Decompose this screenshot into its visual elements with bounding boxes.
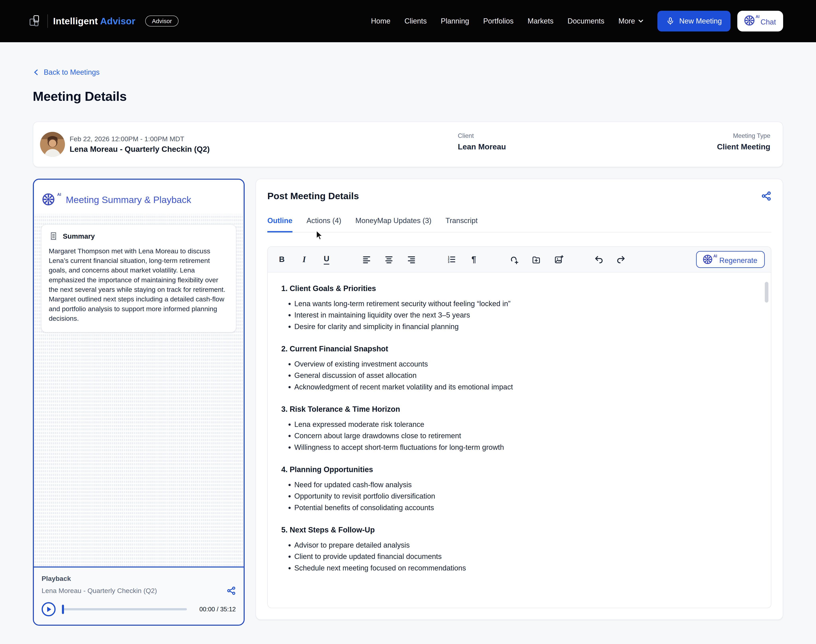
outline-bullet: Potential benefits of consolidating acco…	[294, 502, 758, 513]
italic-icon: I	[303, 255, 306, 264]
outline-section: 4. Planning Opportunities Need for updat…	[281, 464, 758, 513]
nav-more[interactable]: More	[618, 17, 644, 25]
ai-wheel-icon	[744, 15, 755, 26]
progress-bar[interactable]	[62, 608, 187, 610]
link-plus-icon	[509, 255, 518, 264]
outline-bullet: Lena expressed moderate risk tolerance	[294, 419, 758, 430]
meeting-info: Feb 22, 2026 12:00PM - 1:00PM MDT Lena M…	[69, 135, 210, 153]
outline-bullet-list: Lena wants long-term retirement security…	[281, 298, 758, 332]
italic-button[interactable]: I	[296, 251, 312, 267]
outline-bullet: Advisor to prepare detailed analysis	[294, 540, 758, 551]
outline-bullet: General discussion of asset allocation	[294, 370, 758, 381]
outline-bullet: Desire for clarity and simplicity in fin…	[294, 321, 758, 332]
brand: Intelligent Advisor Advisor	[29, 14, 178, 28]
client-label: Client	[458, 132, 506, 140]
underline-icon: U	[324, 255, 329, 265]
insert-link-button[interactable]	[506, 251, 522, 267]
share-icon[interactable]	[227, 586, 236, 595]
share-icon[interactable]	[761, 191, 772, 201]
summary-card: Summary Margaret Thompson met with Lena …	[41, 224, 236, 332]
play-button[interactable]	[41, 602, 56, 616]
outline-section: 5. Next Steps & Follow-Up Advisor to pre…	[281, 525, 758, 574]
image-plus-icon	[554, 255, 563, 264]
meeting-type-label: Meeting Type	[717, 132, 770, 140]
outline-bullet: Acknowledgment of recent market volatili…	[294, 381, 758, 393]
ai-chat-button[interactable]: AI Chat	[737, 11, 783, 31]
outline-content[interactable]: 1. Client Goals & Priorities Lena wants …	[268, 273, 771, 608]
outline-bullet: Lena wants long-term retirement security…	[294, 298, 758, 309]
receipt-icon	[49, 232, 58, 241]
brand-divider	[48, 14, 48, 28]
ordered-list-button[interactable]: 123	[444, 251, 459, 267]
outline-section: 2. Current Financial Snapshot Overview o…	[281, 343, 758, 393]
playback-section: Playback Lena Moreau - Quarterly Checkin…	[34, 566, 244, 625]
outline-section-heading: 1. Client Goals & Priorities	[281, 283, 758, 294]
outline-bullet-list: Need for updated cash-flow analysis Oppo…	[281, 479, 758, 513]
nav-home[interactable]: Home	[371, 17, 391, 25]
tab-outline[interactable]: Outline	[267, 216, 293, 233]
ai-wheel-icon	[41, 193, 55, 206]
nav-more-label: More	[618, 17, 635, 25]
regenerate-button[interactable]: AI Regenerate	[696, 251, 765, 268]
play-icon	[47, 607, 51, 612]
meeting-datetime: Feb 22, 2026 12:00PM - 1:00PM MDT	[69, 135, 210, 143]
editor-scrollbar[interactable]	[765, 282, 768, 302]
audio-player: 00:00 / 35:12	[41, 602, 236, 616]
chevron-down-icon	[638, 18, 644, 24]
align-left-icon	[362, 255, 371, 264]
insert-image-button[interactable]	[551, 251, 566, 267]
meeting-info-card: Feb 22, 2026 12:00PM - 1:00PM MDT Lena M…	[33, 121, 783, 167]
tab-moneymap-updates[interactable]: MoneyMap Updates (3)	[356, 216, 431, 233]
meeting-type-value: Client Meeting	[717, 143, 770, 151]
client-field: Client Lean Moreau	[458, 132, 506, 152]
new-meeting-button[interactable]: New Meeting	[657, 11, 730, 31]
align-right-button[interactable]	[403, 251, 419, 267]
outline-section-heading: 2. Current Financial Snapshot	[281, 343, 758, 354]
undo-icon	[594, 255, 603, 264]
main-nav: Home Clients Planning Portfolios Markets…	[371, 17, 644, 25]
tab-actions[interactable]: Actions (4)	[307, 216, 341, 233]
playback-time: 00:00 / 35:12	[193, 606, 236, 613]
outline-bullet-list: Advisor to prepare detailed analysis Cli…	[281, 540, 758, 574]
brand-name-accent: Advisor	[100, 16, 135, 26]
brand-name: Intelligent Advisor	[53, 15, 135, 26]
advisor-badge: Advisor	[145, 15, 178, 26]
details-panel-header: Post Meeting Details	[267, 190, 772, 201]
outline-editor: B I U	[267, 247, 772, 608]
back-to-meetings-link[interactable]: Back to Meetings	[33, 68, 100, 77]
paragraph-button[interactable]: ¶	[466, 251, 482, 267]
outline-section-heading: 4. Planning Opportunities	[281, 464, 758, 475]
new-meeting-label: New Meeting	[679, 17, 722, 25]
progress-handle[interactable]	[62, 604, 64, 614]
outline-bullet-list: Overview of existing investment accounts…	[281, 358, 758, 393]
outline-bullet: Client to provide updated financial docu…	[294, 551, 758, 562]
svg-text:3: 3	[448, 260, 449, 264]
nav-clients[interactable]: Clients	[404, 17, 427, 25]
undo-button[interactable]	[591, 251, 606, 267]
brand-name-regular: Intelligent	[53, 16, 98, 26]
chat-label: Chat	[761, 18, 776, 26]
page-title: Meeting Details	[33, 89, 783, 104]
align-left-button[interactable]	[359, 251, 374, 267]
nav-portfolios[interactable]: Portfolios	[483, 17, 513, 25]
nav-markets[interactable]: Markets	[528, 17, 554, 25]
tab-transcript[interactable]: Transcript	[445, 216, 477, 233]
outline-bullet: Schedule next meeting focused on recomme…	[294, 562, 758, 574]
outline-bullet: Overview of existing investment accounts	[294, 358, 758, 370]
bold-button[interactable]: B	[274, 251, 290, 267]
ai-superscript: AI	[713, 254, 717, 258]
summary-panel-title: Meeting Summary & Playback	[66, 194, 191, 205]
microphone-icon	[666, 17, 675, 25]
underline-button[interactable]: U	[319, 251, 334, 267]
align-center-button[interactable]	[381, 251, 397, 267]
page-body: Back to Meetings Meeting Details Feb 22,…	[0, 42, 816, 626]
outline-bullet: Interest in maintaining liquidity over t…	[294, 309, 758, 321]
outline-section: 1. Client Goals & Priorities Lena wants …	[281, 283, 758, 332]
redo-button[interactable]	[613, 251, 629, 267]
folder-plus-icon	[532, 255, 541, 264]
add-folder-button[interactable]	[529, 251, 544, 267]
nav-planning[interactable]: Planning	[441, 17, 469, 25]
client-value: Lean Moreau	[458, 143, 506, 151]
nav-documents[interactable]: Documents	[568, 17, 604, 25]
outline-section-heading: 5. Next Steps & Follow-Up	[281, 525, 758, 535]
